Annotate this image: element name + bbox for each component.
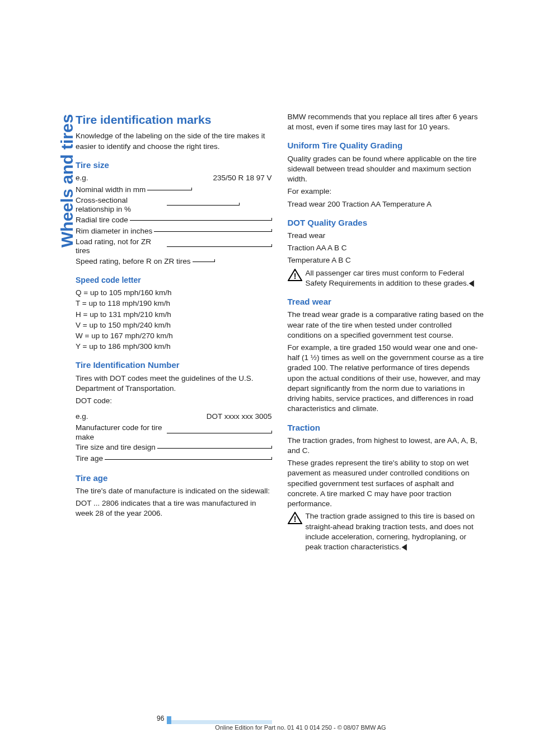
body-text: The tire's date of manufacture is indica… bbox=[76, 486, 272, 496]
body-text: For example, a tire graded 150 would wea… bbox=[288, 343, 484, 414]
heading-tin: Tire Identification Number bbox=[76, 360, 272, 371]
list-item: Q = up to 105 mph/160 km/h bbox=[76, 288, 272, 298]
tire-size-diagram: e.g. 235/50 R 18 97 V Nominal width in m… bbox=[76, 173, 272, 267]
diagram-label: Radial tire code bbox=[76, 215, 130, 225]
diagram-label: Tire size and tire design bbox=[76, 442, 157, 452]
diagram-label: Tire age bbox=[76, 454, 105, 464]
page-number-area: 96 bbox=[0, 715, 534, 722]
heading-tire-age: Tire age bbox=[76, 473, 272, 484]
body-text: DOT code: bbox=[76, 396, 272, 406]
heading-dot-grades: DOT Quality Grades bbox=[288, 217, 484, 228]
diagram-label: Load rating, not for ZR tires bbox=[76, 237, 167, 255]
body-text: BMW recommends that you replace all tire… bbox=[288, 112, 484, 132]
svg-text:!: ! bbox=[293, 515, 296, 524]
list-item: Y = up to 186 mph/300 km/h bbox=[76, 342, 272, 352]
diagram-label: Speed rating, before R on ZR tires bbox=[76, 256, 193, 267]
body-text: Tread wear 200 Traction AA Temperature A bbox=[288, 199, 484, 209]
left-column: Tire identification marks Knowledge of t… bbox=[76, 112, 272, 554]
list-item: H = up to 131 mph/210 km/h bbox=[76, 310, 272, 320]
body-text: Traction AA A B C bbox=[288, 243, 484, 253]
list-item: T = up to 118 mph/190 km/h bbox=[76, 298, 272, 309]
body-text: Temperature A B C bbox=[288, 255, 484, 265]
eg-value: 235/50 R 18 97 V bbox=[213, 173, 271, 183]
page-number: 96 bbox=[157, 715, 167, 722]
heading-traction: Traction bbox=[288, 422, 484, 433]
body-text: Tread wear bbox=[288, 231, 484, 241]
footer-text: Online Edition for Part no. 01 41 0 014 … bbox=[0, 724, 534, 731]
heading-speed-code: Speed code letter bbox=[76, 275, 272, 286]
body-text: The traction grades, from highest to low… bbox=[288, 436, 484, 456]
eg-label: e.g. bbox=[76, 173, 88, 183]
dot-code-diagram: e.g. DOT xxxx xxx 3005 Manufacturer code… bbox=[76, 412, 272, 464]
warning-icon: ! bbox=[288, 269, 302, 281]
section-tab: Wheels and tires bbox=[59, 112, 76, 249]
intro-text: Knowledge of the labeling on the side of… bbox=[76, 131, 272, 151]
list-item: W = up to 167 mph/270 km/h bbox=[76, 331, 272, 341]
eg-label: e.g. bbox=[76, 412, 88, 422]
warning-box: ! The traction grade assigned to this ti… bbox=[288, 511, 484, 552]
body-text: Quality grades can be found where applic… bbox=[288, 154, 484, 185]
page-title: Tire identification marks bbox=[76, 112, 272, 128]
body-text: These grades represent the tire's abilit… bbox=[288, 458, 484, 509]
body-text: DOT ... 2806 indicates that a tire was m… bbox=[76, 498, 272, 519]
diagram-label: Cross-sectional relationship in % bbox=[76, 196, 167, 214]
warning-text: The traction grade assigned to this tire… bbox=[306, 511, 484, 552]
list-item: V = up to 150 mph/240 km/h bbox=[76, 320, 272, 330]
diagram-label: Manufacturer code for tire make bbox=[76, 423, 167, 441]
warning-box: ! All passenger car tires must conform t… bbox=[288, 268, 484, 288]
heading-utqg: Uniform Tire Quality Grading bbox=[288, 140, 484, 151]
diagram-label: Nominal width in mm bbox=[76, 185, 147, 195]
speed-code-list: Q = up to 105 mph/160 km/h T = up to 118… bbox=[76, 288, 272, 352]
body-text: Tires with DOT codes meet the guidelines… bbox=[76, 374, 272, 394]
warning-text: All passenger car tires must conform to … bbox=[306, 268, 484, 288]
eg-value: DOT xxxx xxx 3005 bbox=[207, 412, 272, 422]
diagram-label: Rim diameter in inches bbox=[76, 226, 154, 236]
svg-text:!: ! bbox=[293, 272, 296, 281]
body-text: The tread wear grade is a comparative ra… bbox=[288, 310, 484, 340]
right-column: BMW recommends that you replace all tire… bbox=[288, 112, 484, 554]
heading-tire-size: Tire size bbox=[76, 160, 272, 171]
warning-icon: ! bbox=[288, 512, 302, 524]
heading-tread-wear: Tread wear bbox=[288, 296, 484, 307]
body-text: For example: bbox=[288, 186, 484, 197]
